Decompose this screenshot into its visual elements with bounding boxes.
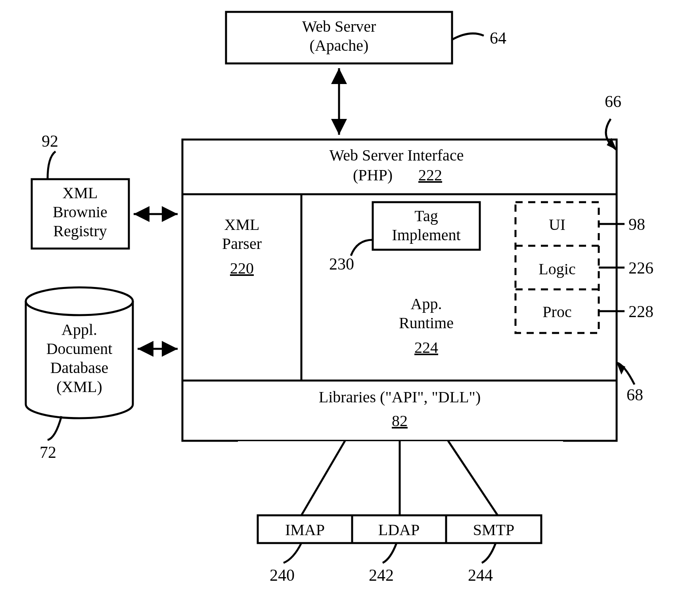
xml-brownie-registry-box: XML Brownie Registry 92 [32, 132, 129, 249]
db-ref: 72 [40, 443, 56, 461]
tag-implement-box: Tag Implement 230 [329, 202, 480, 273]
ref-container: 66 [605, 92, 621, 111]
db-line2: Document [46, 340, 113, 358]
app-runtime-line2: Runtime [399, 314, 454, 332]
app-runtime-box: App. Runtime 224 [399, 295, 454, 356]
xml-registry-ref: 92 [42, 132, 58, 150]
interface-ref: 222 [418, 166, 442, 184]
tag-impl-line2: Implement [392, 226, 460, 244]
architecture-diagram: Web Server (Apache) 64 66 68 Web Server … [0, 0, 686, 616]
web-server-box: Web Server (Apache) 64 [226, 12, 506, 63]
ldap-label: LDAP [378, 521, 420, 539]
ui-logic-proc-panel: UI Logic Proc 98 226 228 [515, 202, 653, 333]
xml-registry-line1: XML [63, 184, 98, 202]
ref-mid-side: 68 [627, 386, 643, 404]
libraries-box: Libraries ("API", "DLL") 82 [319, 388, 481, 430]
xml-parser-ref: 220 [230, 259, 254, 277]
app-runtime-line1: App. [411, 295, 442, 313]
ui-ref: 98 [629, 215, 645, 233]
proc-ref: 228 [629, 302, 653, 321]
xml-registry-line3: Registry [53, 222, 107, 240]
libraries-line1: Libraries ("API", "DLL") [319, 388, 481, 406]
xml-parser-line2: Parser [222, 235, 262, 253]
web-server-line1: Web Server [302, 17, 376, 35]
imap-ref: 240 [270, 566, 295, 584]
xml-registry-line2: Brownie [53, 203, 107, 221]
ui-label: UI [549, 216, 565, 233]
web-server-line2: (Apache) [310, 36, 369, 54]
imap-label: IMAP [285, 521, 325, 539]
app-runtime-ref: 224 [414, 339, 438, 356]
ref-web-server: 64 [490, 29, 506, 47]
xml-parser-box: XML Parser 220 [222, 216, 262, 277]
db-line1: Appl. [61, 321, 97, 339]
logic-label: Logic [538, 260, 575, 278]
db-line4: (XML) [56, 378, 102, 396]
tag-impl-line1: Tag [414, 207, 438, 225]
ldap-ref: 242 [369, 566, 394, 584]
tag-impl-ref: 230 [329, 255, 354, 273]
protocol-row: IMAP LDAP SMTP 240 242 244 [258, 515, 541, 584]
svg-point-11 [26, 287, 133, 315]
db-line3: Database [50, 359, 109, 377]
libraries-ref: 82 [392, 412, 408, 430]
xml-parser-line1: XML [224, 216, 260, 233]
proc-label: Proc [542, 303, 571, 321]
interface-line2: (PHP) [353, 166, 393, 184]
smtp-label: SMTP [473, 521, 515, 539]
logic-ref: 226 [629, 259, 653, 277]
interface-line1: Web Server Interface [330, 146, 464, 164]
database-cylinder: Appl. Document Database (XML) 72 [26, 287, 133, 461]
web-server-interface-box: Web Server Interface (PHP) 222 [182, 146, 617, 194]
smtp-ref: 244 [468, 566, 493, 584]
